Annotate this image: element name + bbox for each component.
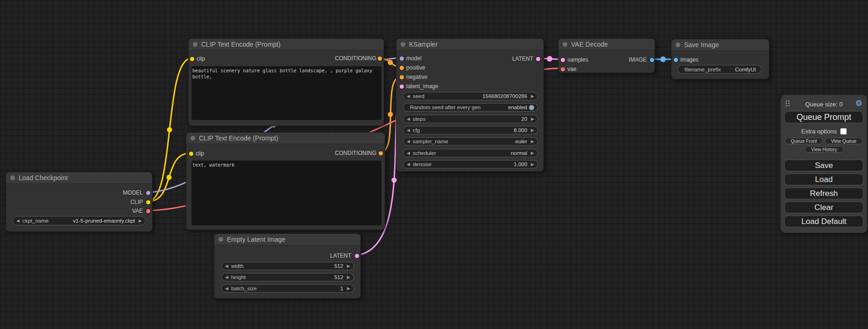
collapse-dot-icon[interactable] [10,175,15,180]
decrement-arrow-icon[interactable]: ◀ [407,117,410,121]
decrement-arrow-icon[interactable]: ◀ [225,287,228,291]
input-label-vae: vae [567,66,576,72]
input-port-clip[interactable] [190,57,194,61]
output-port-conditioning[interactable] [378,56,382,61]
widget-batch-size[interactable]: ◀ batch_size 1 ▶ [221,284,354,293]
input-port-samples[interactable] [561,58,565,62]
widget-scheduler[interactable]: ◀ scheduler normal ▶ [403,149,538,157]
node-title: KSampler [409,41,438,48]
toggle-on-icon[interactable] [529,105,534,110]
output-port-latent[interactable] [355,254,359,258]
output-label-conditioning: CONDITIONING [335,55,376,62]
collapse-dot-icon[interactable] [401,42,405,47]
widget-value: 8.000 [514,127,527,133]
clear-button[interactable]: Clear [784,202,863,213]
input-port-latent-image[interactable] [400,84,404,89]
widget-label: steps [413,116,426,122]
widget-label: denoise [413,161,431,167]
input-port-negative[interactable] [400,75,404,79]
node-empty-latent-image[interactable]: Empty Latent Image LATENT ◀ width 512 ▶ … [214,233,361,299]
input-port-model[interactable] [400,56,404,61]
decrement-arrow-icon[interactable]: ◀ [407,140,410,144]
collapse-dot-icon[interactable] [191,136,195,140]
widget-label: cfg [413,127,420,133]
node-title-bar: Load Checkpoint [6,172,152,184]
output-port-latent[interactable] [536,57,540,61]
widget-sampler-name[interactable]: ◀ sampler_name euler ▶ [403,137,538,146]
node-load-checkpoint[interactable]: Load Checkpoint MODEL CLIP VAE ◀ ckpt_na… [6,172,153,232]
increment-arrow-icon[interactable]: ▶ [531,140,534,144]
increment-arrow-icon[interactable]: ▶ [347,287,350,291]
increment-arrow-icon[interactable]: ▶ [531,162,534,167]
node-vae-decode[interactable]: VAE Decode samples vae IMAGE [558,38,655,73]
output-port-image[interactable] [650,58,654,62]
increment-arrow-icon[interactable]: ▶ [531,117,534,121]
output-label-latent: LATENT [330,252,351,259]
node-save-image[interactable]: Save Image images filename_prefix ComfyU… [671,39,769,79]
extra-options-checkbox[interactable] [840,128,847,134]
widget-value: normal [511,150,527,156]
widget-width[interactable]: ◀ width 512 ▶ [221,262,354,270]
widget-filename-prefix[interactable]: filename_prefix ComfyUI [677,65,762,74]
queue-prompt-button[interactable]: Queue Prompt [784,111,863,123]
node-ksampler[interactable]: KSampler model positive negative latent_… [396,38,544,172]
output-port-vae[interactable] [146,209,150,213]
view-queue-button[interactable]: View Queue [825,138,863,144]
input-port-images[interactable] [674,58,678,62]
widget-label: ckpt_name [22,218,49,224]
load-button[interactable]: Load [784,174,863,185]
decrement-arrow-icon[interactable]: ◀ [407,162,410,167]
widget-random-seed-toggle[interactable]: Random seed after every gen enabled [403,103,538,112]
widget-cfg[interactable]: ◀ cfg 8.000 ▶ [403,126,538,134]
node-title: Load Checkpoint [19,174,68,182]
output-port-conditioning[interactable] [379,151,383,155]
output-label-clip: CLIP [130,199,143,205]
collapse-dot-icon[interactable] [676,42,680,47]
widget-steps[interactable]: ◀ steps 20 ▶ [403,115,538,123]
increment-arrow-icon[interactable]: ▶ [531,151,534,155]
decrement-arrow-icon[interactable]: ◀ [407,151,410,155]
input-port-vae[interactable] [561,67,565,71]
widget-value: enabled [508,105,527,110]
widget-ckpt-name[interactable]: ◀ ckpt_name v1-5-pruned-emaonly.ckpt ▶ [13,216,146,225]
decrement-arrow-icon[interactable]: ◀ [407,128,410,133]
decrement-arrow-icon[interactable]: ◀ [16,219,20,223]
widget-height[interactable]: ◀ height 512 ▶ [221,273,354,281]
comfyui-canvas[interactable]: { "colors": { "model": "#B39DDB", "clip"… [0,0,868,329]
decrement-arrow-icon[interactable]: ◀ [225,275,228,280]
link-center-dot [167,127,172,133]
widget-denoise[interactable]: ◀ denoise 1.000 ▶ [403,160,538,168]
widget-value: euler [515,139,528,144]
output-port-clip[interactable] [146,200,150,204]
collapse-dot-icon[interactable] [219,237,223,242]
refresh-button[interactable]: Refresh [784,188,863,199]
decrement-arrow-icon[interactable]: ◀ [407,94,410,98]
node-clip-text-encode-negative[interactable]: CLIP Text Encode (Prompt) clip CONDITION… [186,132,385,230]
output-port-model[interactable] [146,191,150,195]
view-history-button[interactable]: View History [804,146,844,153]
queue-menu-panel: Queue size: 0 ⚙ Queue Prompt Extra optio… [781,95,867,233]
gear-icon[interactable]: ⚙ [855,98,862,108]
extra-options-label: Extra options [801,128,837,135]
save-button[interactable]: Save [784,160,863,171]
increment-arrow-icon[interactable]: ▶ [347,264,350,268]
input-port-clip[interactable] [189,152,193,156]
load-default-button[interactable]: Load Default [784,216,863,227]
prompt-textarea[interactable]: text, watermark [191,161,381,225]
increment-arrow-icon[interactable]: ▶ [347,275,350,280]
increment-arrow-icon[interactable]: ▶ [139,219,142,223]
collapse-dot-icon[interactable] [563,42,567,47]
node-clip-text-encode-positive[interactable]: CLIP Text Encode (Prompt) clip CONDITION… [188,38,384,126]
collapse-dot-icon[interactable] [193,42,198,47]
prompt-textarea[interactable]: beautiful scenery nature glass bottle la… [191,66,381,120]
input-port-positive[interactable] [400,66,404,70]
decrement-arrow-icon[interactable]: ◀ [225,264,228,268]
increment-arrow-icon[interactable]: ▶ [531,94,534,98]
input-label-clip: clip [196,150,204,157]
queue-front-button[interactable]: Queue Front [785,138,823,144]
node-title-bar: CLIP Text Encode (Prompt) [189,39,384,50]
widget-seed[interactable]: ◀ seed 156680208700286 ▶ [403,92,538,100]
node-title: Save Image [684,41,719,49]
widget-value: 512 [334,263,343,269]
increment-arrow-icon[interactable]: ▶ [531,128,534,133]
